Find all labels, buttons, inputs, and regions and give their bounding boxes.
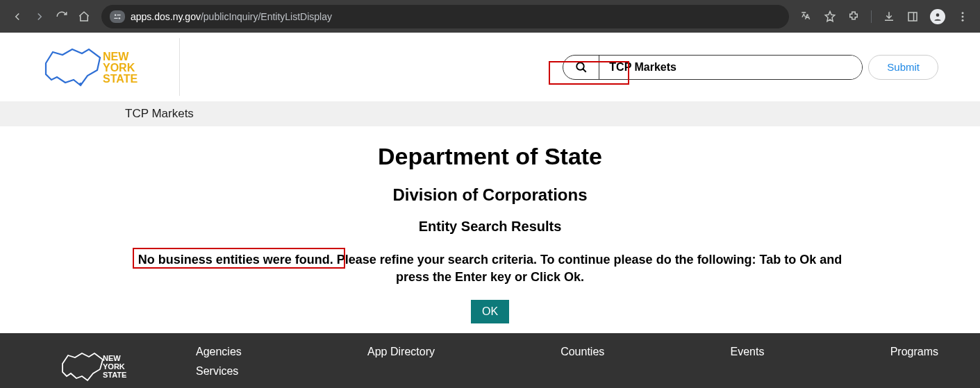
footer-programs[interactable]: Programs xyxy=(890,346,938,358)
menu-icon[interactable] xyxy=(956,10,969,23)
msg-lead: No business entities were found. xyxy=(138,253,333,267)
search-area: Submit xyxy=(563,55,938,80)
svg-text:STATE: STATE xyxy=(103,73,138,85)
page-subtitle: Division of Corporations xyxy=(42,185,938,205)
browser-toolbar: apps.dos.ny.gov/publicInquiry/EntityList… xyxy=(0,0,980,33)
footer-links: Agencies Services App Directory Counties… xyxy=(196,346,938,378)
site-settings-icon[interactable] xyxy=(110,10,125,23)
header-divider xyxy=(179,38,180,96)
extensions-icon[interactable] xyxy=(847,10,860,23)
svg-rect-1 xyxy=(117,15,120,15)
separator xyxy=(871,10,872,23)
footer-logo[interactable]: NEW YORK STATE xyxy=(60,346,196,388)
svg-point-10 xyxy=(79,83,82,85)
msg-rest-2: press the Enter key or Click Ok. xyxy=(396,270,584,284)
page-header: NEW YORK STATE Submit xyxy=(0,33,980,101)
page-title: Department of State xyxy=(42,143,938,170)
reload-icon[interactable] xyxy=(56,10,68,23)
download-icon[interactable] xyxy=(883,10,895,23)
footer-app-directory[interactable]: App Directory xyxy=(367,346,435,358)
result-message: No business entities were found. Please … xyxy=(138,251,842,286)
svg-text:YORK: YORK xyxy=(103,62,135,74)
svg-line-15 xyxy=(583,69,586,72)
svg-point-14 xyxy=(576,62,584,70)
nys-logo[interactable]: NEW YORK STATE xyxy=(42,40,167,94)
footer-counties[interactable]: Counties xyxy=(560,346,604,358)
svg-point-0 xyxy=(115,14,116,15)
nav-buttons xyxy=(6,10,96,23)
svg-point-9 xyxy=(962,19,964,21)
address-bar[interactable]: apps.dos.ny.gov/publicInquiry/EntityList… xyxy=(101,5,789,28)
svg-text:NEW: NEW xyxy=(103,354,121,362)
star-icon[interactable] xyxy=(824,10,836,23)
search-term-text: TCP Markets xyxy=(125,107,194,121)
forward-icon[interactable] xyxy=(33,10,46,23)
ok-button[interactable]: OK xyxy=(471,300,509,323)
svg-rect-4 xyxy=(908,12,917,21)
search-icon[interactable] xyxy=(563,56,599,79)
browser-right-icons xyxy=(795,9,974,24)
back-icon[interactable] xyxy=(11,10,24,23)
svg-rect-3 xyxy=(114,17,117,18)
search-input[interactable] xyxy=(599,56,862,79)
footer-services[interactable]: Services xyxy=(196,365,242,378)
search-box xyxy=(563,55,863,80)
msg-rest-1: Please refine your search criteria. To c… xyxy=(333,253,842,267)
svg-text:YORK: YORK xyxy=(103,362,125,371)
footer-agencies[interactable]: Agencies xyxy=(196,346,242,358)
svg-point-8 xyxy=(962,15,964,17)
search-term-bar: TCP Markets xyxy=(0,101,980,126)
panel-icon[interactable] xyxy=(906,10,919,23)
footer-events[interactable]: Events xyxy=(731,346,765,358)
url-text: apps.dos.ny.gov/publicInquiry/EntityList… xyxy=(131,11,332,22)
submit-button[interactable]: Submit xyxy=(868,55,938,80)
section-title: Entity Search Results xyxy=(42,219,938,235)
translate-icon[interactable] xyxy=(800,10,813,23)
home-icon[interactable] xyxy=(78,10,90,23)
svg-text:NEW: NEW xyxy=(103,51,129,62)
svg-point-7 xyxy=(962,12,964,14)
footer: NEW YORK STATE Agencies Services App Dir… xyxy=(0,333,980,388)
svg-point-2 xyxy=(119,17,120,19)
svg-point-6 xyxy=(936,13,940,17)
profile-icon[interactable] xyxy=(930,9,945,24)
main-content: Department of State Division of Corporat… xyxy=(0,126,980,333)
svg-text:STATE: STATE xyxy=(103,371,126,379)
